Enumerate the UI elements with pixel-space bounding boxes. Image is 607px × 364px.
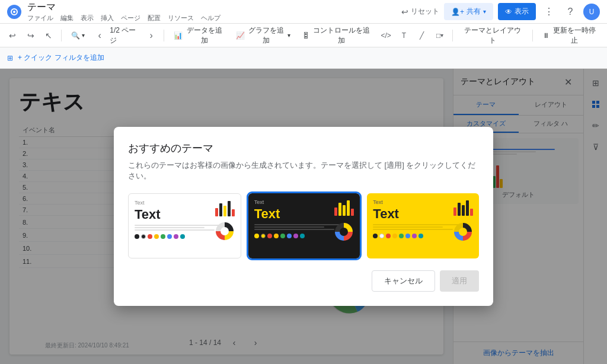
separator-1 [61, 30, 62, 41]
shape-button[interactable]: ╱ [414, 27, 430, 44]
app-title: テーマ [27, 1, 209, 14]
menu-insert[interactable]: 挿入 [101, 14, 114, 23]
theme-card-light[interactable]: Text Text [128, 193, 241, 258]
page-indicator: 1/2 ページ [110, 25, 141, 46]
reset-button[interactable]: ↩ リセット [401, 7, 439, 17]
yellow-pie [453, 222, 473, 244]
light-pie [215, 221, 235, 244]
help-button[interactable]: ? [562, 4, 579, 20]
dark-bars [334, 199, 354, 216]
filter-bar: ⊞ + クイック フィルタを追加 [0, 47, 607, 69]
dialog-description: これらのテーマはお客様の画像から生成されています。テーマを選択して [適用] を… [128, 160, 479, 181]
light-bars [215, 200, 235, 216]
separator-3 [452, 30, 453, 41]
svg-point-15 [459, 228, 467, 236]
dialog-actions: キャンセル 適用 [128, 270, 479, 292]
separator-2 [164, 30, 164, 41]
cursor-button[interactable]: ↖ [41, 27, 56, 44]
add-chart-button[interactable]: 📈 グラフを追加 ▾ [231, 23, 295, 48]
add-data-button[interactable]: 📊 データを追加 [169, 23, 229, 48]
menu-view[interactable]: 表示 [81, 14, 94, 23]
theme-layout-button[interactable]: テーマとレイアウト [458, 23, 528, 48]
text-button[interactable]: T [396, 27, 411, 44]
menu-file[interactable]: ファイル [27, 14, 53, 23]
menu-resources[interactable]: リソース [168, 14, 194, 23]
add-filter-button[interactable]: + クイック フィルタを追加 [18, 53, 104, 63]
main-area: 1 2 テキス イベント名 1.Custom_Scroll2.page_view… [0, 69, 607, 364]
filter-icon: ⊞ [7, 54, 13, 62]
modal-overlay: おすすめのテーマ これらのテーマはお客様の画像から生成されています。テーマを選択… [0, 69, 607, 364]
rect-button[interactable]: □ ▾ [432, 27, 448, 44]
svg-point-13 [340, 228, 348, 236]
top-bar: テーマ ファイル 編集 表示 挿入 ページ 配置 リソース ヘルプ ↩ リセット… [0, 0, 607, 24]
menu-arrange[interactable]: 配置 [148, 14, 161, 23]
app-logo [7, 5, 21, 19]
view-button[interactable]: 👁 表示 [498, 3, 536, 20]
svg-point-11 [221, 227, 229, 235]
user-avatar[interactable]: U [583, 4, 600, 20]
themes-row: Text Text [128, 193, 479, 258]
add-control-button[interactable]: 🎛 コントロールを追加 [298, 23, 376, 48]
prev-page-button[interactable]: ‹ [92, 27, 107, 44]
redo-button[interactable]: ↪ [23, 27, 38, 44]
next-page-button[interactable]: › [143, 27, 159, 44]
menu-edit[interactable]: 編集 [60, 14, 74, 23]
dark-pie [334, 222, 354, 244]
undo-button[interactable]: ↩ [5, 27, 20, 44]
svg-point-1 [13, 11, 15, 13]
theme-card-dark[interactable]: Text Text [248, 193, 360, 258]
separator-4 [532, 30, 533, 41]
menu-help[interactable]: ヘルプ [201, 14, 221, 23]
pause-update-button[interactable]: ⏸ 更新を一時停止 [538, 23, 602, 48]
theme-card-yellow[interactable]: Text Text [367, 193, 479, 258]
theme-dialog: おすすめのテーマ これらのテーマはお客様の画像から生成されています。テーマを選択… [114, 127, 493, 306]
more-options-button[interactable]: ⋮ [541, 4, 557, 20]
dialog-title: おすすめのテーマ [128, 141, 479, 155]
menu-page[interactable]: ページ [121, 14, 140, 23]
zoom-out-button[interactable]: 🔍 ▾ [66, 29, 90, 42]
yellow-bars [453, 199, 473, 216]
share-button[interactable]: 👤+ 共有 ▾ [444, 3, 493, 20]
code-button[interactable]: </> [378, 27, 394, 44]
apply-button[interactable]: 適用 [440, 270, 479, 292]
toolbar: ↩ ↪ ↖ 🔍 ▾ ‹ 1/2 ページ › 📊 データを追加 📈 グラフを追加 … [0, 24, 607, 47]
cancel-button[interactable]: キャンセル [372, 270, 435, 292]
top-right-actions: ↩ リセット 👤+ 共有 ▾ 👁 表示 ⋮ ? U [401, 3, 600, 20]
